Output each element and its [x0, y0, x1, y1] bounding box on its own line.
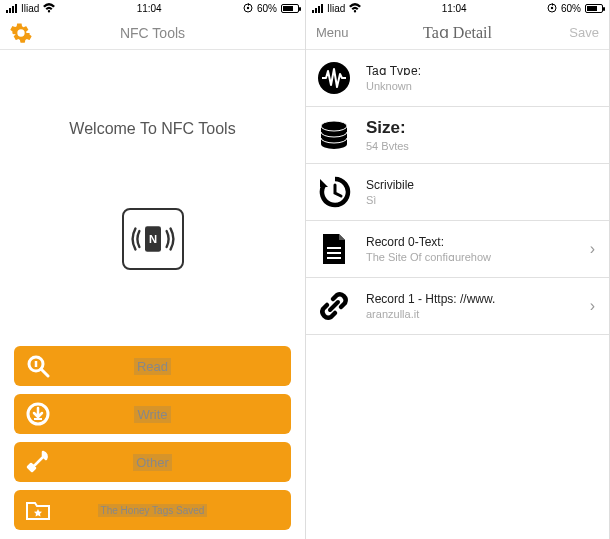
wifi-icon [43, 3, 55, 13]
status-right: 60% [243, 3, 299, 14]
status-time: 11:04 [137, 3, 162, 14]
nfc-logo: N [0, 208, 305, 270]
row-subtitle: The Site Of confiɑurehow [366, 251, 590, 264]
svg-line-6 [41, 369, 48, 376]
settings-button[interactable] [10, 22, 60, 44]
saved-label: The Honey Tags Saved [98, 504, 208, 517]
row-subtitle: 54 Bvtes [366, 140, 595, 152]
svg-text:N: N [148, 233, 156, 245]
nav-title: NFC Tools [60, 25, 245, 41]
nfc-icon: N [129, 219, 177, 259]
history-icon [314, 174, 354, 210]
status-bar: Iliad 11:04 60% [306, 0, 609, 16]
read-label: Read [134, 358, 171, 375]
other-label: Other [133, 454, 172, 471]
welcome-text: Welcome To NFC Tools [0, 120, 305, 138]
status-left: Iliad [6, 3, 55, 14]
row-writable: Scrivibile Sì [306, 164, 609, 221]
status-right: 60% [547, 3, 603, 14]
row-title: Scrivibile [366, 178, 595, 192]
carrier-label: Iliad [21, 3, 39, 14]
signal-icon [6, 4, 17, 13]
save-button[interactable]: Save [549, 25, 599, 40]
wifi-icon [349, 3, 361, 13]
battery-percent: 60% [257, 3, 277, 14]
tag-detail-list: Taɑ Tvɒe: Unknоwn Size: 54 Bvtes [306, 50, 609, 335]
status-time: 11:04 [442, 3, 467, 14]
battery-percent: 60% [561, 3, 581, 14]
action-button-group: Read Write Other The Honey Tags Saved [14, 346, 291, 530]
svg-point-10 [551, 7, 553, 9]
chevron-right-icon: › [590, 297, 595, 315]
status-left: Iliad [312, 3, 361, 14]
signal-icon [312, 4, 323, 13]
database-icon [314, 117, 354, 153]
row-subtitle: Unknоwn [366, 80, 595, 92]
rotation-lock-icon [243, 3, 253, 13]
chevron-right-icon: › [590, 240, 595, 258]
row-record-url[interactable]: Record 1 - Https: //www. aranzulla.it › [306, 278, 609, 335]
nav-bar: NFC Tools [0, 16, 305, 50]
row-title: Size: [366, 118, 595, 138]
row-subtitle: Sì [366, 194, 595, 206]
write-label: Write [134, 406, 170, 423]
row-tag-type: Taɑ Tvɒe: Unknоwn [306, 50, 609, 107]
row-title: Record 1 - Https: //www. [366, 292, 590, 306]
row-title: Taɑ Tvɒe: [366, 64, 595, 78]
row-size: Size: 54 Bvtes [306, 107, 609, 164]
other-button[interactable]: Other [14, 442, 291, 482]
gear-icon [10, 22, 32, 44]
screen-nfc-tools-home: Iliad 11:04 60% NFC Tools Welcome To NFC… [0, 0, 306, 539]
search-icon [24, 354, 52, 378]
write-button[interactable]: Write [14, 394, 291, 434]
download-icon [24, 402, 52, 426]
battery-icon [281, 4, 299, 13]
row-title: Record 0-Text: [366, 235, 590, 249]
link-icon [314, 288, 354, 324]
row-record-text[interactable]: Record 0-Text: The Site Of confiɑurehow … [306, 221, 609, 278]
nav-bar: Menu Taɑ Detail Save [306, 16, 609, 50]
saved-tags-button[interactable]: The Honey Tags Saved [14, 490, 291, 530]
status-bar: Iliad 11:04 60% [0, 0, 305, 16]
document-icon [314, 231, 354, 267]
rotation-lock-icon [547, 3, 557, 13]
battery-icon [585, 4, 603, 13]
screen-tag-detail: Iliad 11:04 60% Menu Taɑ Detail Save Taɑ… [306, 0, 610, 539]
read-button[interactable]: Read [14, 346, 291, 386]
carrier-label: Iliad [327, 3, 345, 14]
welcome-area: Welcome To NFC Tools N [0, 50, 305, 270]
row-subtitle: aranzulla.it [366, 308, 590, 320]
menu-button[interactable]: Menu [316, 25, 366, 40]
nav-title: Taɑ Detail [366, 23, 549, 42]
svg-point-1 [247, 7, 249, 9]
folder-star-icon [24, 498, 52, 522]
waveform-icon [314, 60, 354, 96]
tools-icon [24, 450, 52, 474]
